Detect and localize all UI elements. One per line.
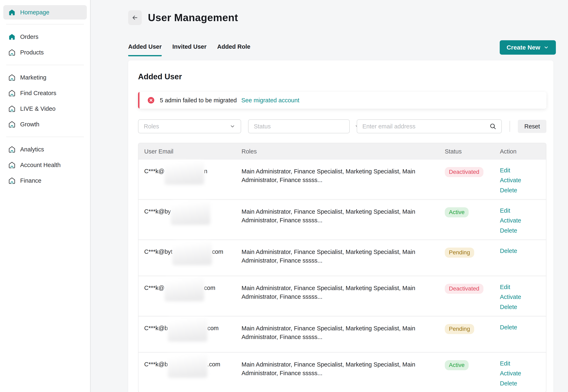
- roles-select[interactable]: Roles: [138, 119, 241, 133]
- sidebar-item-orders[interactable]: Orders: [3, 29, 87, 45]
- sidebar-item-label: Analytics: [20, 146, 44, 153]
- email-prefix: C***k@: [144, 168, 164, 174]
- status-cell: Deactivated: [439, 284, 494, 310]
- home-outline-icon: [8, 177, 16, 184]
- activate-link[interactable]: Activate: [500, 177, 546, 184]
- sidebar-item-growth[interactable]: Growth: [3, 116, 87, 132]
- action-cell: Edit Activate Delete: [494, 167, 546, 194]
- delete-link[interactable]: Delete: [500, 324, 546, 331]
- arrow-left-icon: [131, 14, 139, 21]
- table-row: C***k@b.com Main Administrator, Finance …: [138, 352, 546, 392]
- user-email-cell: C***k@bcom: [138, 324, 236, 347]
- delete-link[interactable]: Delete: [500, 248, 546, 254]
- sidebar-item-label: Find Creators: [20, 90, 56, 97]
- page-title: User Management: [148, 12, 238, 24]
- error-circle-icon: [147, 96, 155, 104]
- sidebar-item-label: Account Health: [20, 162, 61, 168]
- back-button[interactable]: [128, 10, 142, 25]
- sidebar-item-live-video[interactable]: LIVE & Video: [3, 101, 87, 116]
- delete-link[interactable]: Delete: [500, 227, 546, 234]
- status-select-placeholder: Status: [254, 123, 271, 130]
- main-content: User Management Added User Invited User …: [90, 0, 568, 392]
- create-new-button[interactable]: Create New: [500, 40, 556, 55]
- table-row: C***k@n Main Administrator, Finance Spec…: [138, 160, 546, 199]
- action-cell: Edit Activate Delete: [494, 207, 546, 234]
- edit-link[interactable]: Edit: [500, 284, 546, 291]
- search-icon[interactable]: [489, 123, 496, 130]
- roles-cell: Main Administrator, Finance Specialist, …: [236, 207, 439, 234]
- table-row: C***k@com Main Administrator, Finance Sp…: [138, 276, 546, 316]
- action-cell: Edit Activate Delete: [494, 360, 546, 387]
- email-prefix: C***k@by: [144, 208, 171, 215]
- sidebar-item-finance[interactable]: Finance: [3, 173, 87, 188]
- status-cell: Pending: [439, 324, 494, 347]
- roles-cell: Main Administrator, Finance Specialist, …: [236, 324, 439, 347]
- tab-invited-user[interactable]: Invited User: [172, 43, 207, 56]
- email-suffix: n: [204, 168, 207, 174]
- email-prefix: C***k@b: [144, 361, 168, 367]
- status-cell: Deactivated: [439, 167, 494, 194]
- table-row: C***k@bytcom Main Administrator, Finance…: [138, 239, 546, 276]
- email-suffix: com: [207, 325, 219, 331]
- home-outline-icon: [8, 146, 16, 153]
- sidebar-item-label: Finance: [20, 177, 41, 184]
- sidebar-divider: [6, 65, 84, 65]
- sidebar-item-account-health[interactable]: Account Health: [3, 157, 87, 173]
- column-header-action: Action: [494, 148, 546, 155]
- roles-select-placeholder: Roles: [144, 123, 159, 130]
- redacted-email-blur: [171, 207, 210, 213]
- redacted-email-blur: [172, 248, 212, 254]
- tab-added-role[interactable]: Added Role: [217, 43, 250, 56]
- sidebar-item-label: Homepage: [20, 9, 49, 16]
- user-management-app: Homepage Orders Products: [0, 0, 568, 392]
- email-search-input[interactable]: [362, 123, 490, 130]
- delete-link[interactable]: Delete: [500, 380, 546, 387]
- roles-cell: Main Administrator, Finance Specialist, …: [236, 248, 439, 270]
- table-header: User Email Roles Status Action: [138, 143, 546, 160]
- activate-link[interactable]: Activate: [500, 370, 546, 377]
- filter-divider: [509, 121, 510, 132]
- user-email-cell: C***k@b.com: [138, 360, 236, 387]
- status-select[interactable]: Status: [248, 119, 350, 133]
- sidebar-divider: [6, 24, 84, 25]
- roles-cell: Main Administrator, Finance Specialist, …: [236, 284, 439, 310]
- home-filled-icon: [8, 33, 16, 40]
- email-prefix: C***k@b: [144, 325, 168, 331]
- sidebar-item-products[interactable]: Products: [3, 45, 87, 60]
- activate-link[interactable]: Activate: [500, 294, 546, 300]
- edit-link[interactable]: Edit: [500, 360, 546, 367]
- sidebar-item-label: Growth: [20, 121, 39, 128]
- user-email-cell: C***k@n: [138, 167, 236, 194]
- home-outline-icon: [8, 74, 16, 81]
- status-cell: Pending: [439, 248, 494, 270]
- sidebar-item-label: Orders: [20, 33, 38, 40]
- sidebar-item-label: Products: [20, 49, 44, 56]
- email-suffix: com: [212, 248, 223, 255]
- home-filled-icon: [8, 9, 16, 16]
- tab-added-user[interactable]: Added User: [128, 43, 162, 56]
- status-cell: Active: [439, 207, 494, 234]
- see-migrated-account-link[interactable]: See migrated account: [241, 97, 299, 104]
- sidebar-item-find-creators[interactable]: Find Creators: [3, 85, 87, 101]
- status-badge: Deactivated: [445, 284, 483, 294]
- home-outline-icon: [8, 90, 16, 97]
- redacted-email-blur: [164, 284, 204, 290]
- redacted-email-blur: [168, 360, 207, 366]
- sidebar-item-analytics[interactable]: Analytics: [3, 141, 87, 157]
- column-header-roles: Roles: [236, 148, 439, 155]
- delete-link[interactable]: Delete: [500, 304, 546, 310]
- tabs-row: Added User Invited User Added Role Creat…: [128, 40, 553, 56]
- user-email-cell: C***k@by: [138, 207, 236, 234]
- edit-link[interactable]: Edit: [500, 207, 546, 214]
- sidebar-item-homepage[interactable]: Homepage: [3, 5, 87, 19]
- edit-link[interactable]: Edit: [500, 167, 546, 174]
- home-outline-icon: [8, 121, 16, 128]
- reset-button[interactable]: Reset: [518, 120, 546, 133]
- action-cell: Edit Activate Delete: [494, 284, 546, 310]
- sidebar-item-marketing[interactable]: Marketing: [3, 70, 87, 85]
- delete-link[interactable]: Delete: [500, 187, 546, 194]
- action-cell: Delete: [494, 324, 546, 347]
- status-badge: Deactivated: [445, 167, 483, 177]
- activate-link[interactable]: Activate: [500, 217, 546, 224]
- email-search-box: [357, 119, 502, 133]
